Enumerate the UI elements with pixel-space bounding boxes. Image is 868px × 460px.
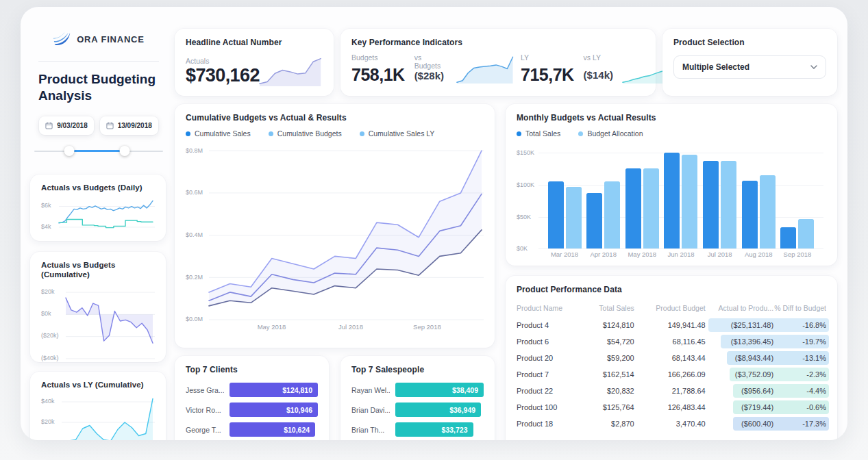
bar-total-sales[interactable] xyxy=(664,153,680,248)
table-row[interactable]: Product 4$124,810149,941.48($25,131.48)-… xyxy=(517,317,826,333)
date-range-slider[interactable] xyxy=(34,146,163,156)
cell-total-sales: $124,810 xyxy=(582,321,634,329)
bar-budget-allocation[interactable] xyxy=(566,187,582,249)
bar-group xyxy=(624,143,660,248)
card-headline-actual-number: Headline Actual Number Actuals $730,162 xyxy=(175,29,334,96)
bar-total-sales[interactable] xyxy=(548,181,564,248)
date-start-button[interactable]: 9/03/2018 xyxy=(39,116,94,135)
table-row[interactable]: Product 7$162,514166,266.09($3,752.09)-2… xyxy=(517,366,826,383)
card-cumulative-budgets-vs-actual: Cumulative Budgets vs Actual & Results C… xyxy=(175,104,495,348)
kpi-vs-label: vs Budgets xyxy=(414,53,448,70)
bar-total-sales[interactable] xyxy=(703,161,719,249)
date-start-value: 9/03/2018 xyxy=(57,122,88,129)
table-header-row: Product NameTotal SalesProduct BudgetAct… xyxy=(517,298,826,317)
bar-budget-allocation[interactable] xyxy=(604,181,620,248)
cell-product-name: Product 100 xyxy=(517,403,582,411)
table-row[interactable]: Product 22$20,83221,788.64($956.64)-4.4% xyxy=(517,383,826,399)
brand-logo: ORA FINANCE xyxy=(30,30,167,49)
card-actuals-vs-budgets-daily: Actuals vs Budgets (Daily) $6k$4k xyxy=(30,175,166,241)
table-row[interactable]: Product 100$125,764126,483.44($719.44)-0… xyxy=(517,399,826,416)
kpi-vs-value: ($28k) xyxy=(414,70,448,84)
legend-item[interactable]: Cumulative Sales LY xyxy=(360,129,435,138)
value-bar[interactable]: $10,624 xyxy=(230,422,315,437)
cell-product-name: Product 6 xyxy=(517,337,582,346)
value-bar[interactable]: $124,810 xyxy=(230,383,318,397)
bar-total-sales[interactable] xyxy=(625,168,641,249)
bar-budget-allocation[interactable] xyxy=(798,219,814,248)
sidebar: ORA FINANCE Product Budgeting Analysis 9… xyxy=(30,22,167,156)
table-row[interactable]: Product 20$59,20068,143.44($8,943.44)-13… xyxy=(517,350,826,366)
list-item: Victor Ro...$10,946 xyxy=(186,402,318,417)
cell-product-budget: 68,143.44 xyxy=(634,354,706,362)
table-row[interactable]: Product 18$2,8703,470.40($600.40)-17.3% xyxy=(517,416,826,432)
calendar-icon xyxy=(106,122,114,129)
card-title: Key Performance Indicators xyxy=(351,38,645,47)
ly-small-line-chart: $40k$20k xyxy=(41,394,155,440)
cell-product-name: Product 4 xyxy=(517,321,582,329)
value-bar[interactable]: $38,409 xyxy=(395,383,484,397)
table-row[interactable]: Product 6$54,72068,116.45($13,396.45)-19… xyxy=(517,333,826,350)
legend-label: Total Sales xyxy=(525,129,560,138)
bar-budget-allocation[interactable] xyxy=(643,168,659,249)
legend-dot xyxy=(269,131,273,136)
bar-total-sales[interactable] xyxy=(780,227,796,249)
sidebar-divider xyxy=(38,61,159,62)
bar-budget-allocation[interactable] xyxy=(721,161,736,249)
value-bar[interactable]: $36,949 xyxy=(395,402,481,417)
kpi-ly: LY 715,7K vs LY ($14k) xyxy=(521,52,684,84)
cell-total-sales: $162,514 xyxy=(582,370,634,379)
x-category-label: Jul 2018 xyxy=(702,251,738,258)
cell-total-sales: $125,764 xyxy=(582,403,634,411)
slider-handle-end[interactable] xyxy=(119,146,129,156)
legend-item[interactable]: Cumulative Budgets xyxy=(269,129,342,138)
bar-total-sales[interactable] xyxy=(586,193,602,248)
bar-value-label: $124,810 xyxy=(282,386,312,394)
x-category-label: Jun 2018 xyxy=(663,251,699,258)
list-item: Jesse Gra...$124,810 xyxy=(186,383,318,397)
x-category-label: Apr 2018 xyxy=(586,251,621,258)
bar-group xyxy=(663,143,699,248)
headline-kpi-label: Actuals xyxy=(186,57,260,65)
product-selection-dropdown[interactable]: Multiple Selected xyxy=(673,55,826,79)
cell-product-budget: 21,788.64 xyxy=(634,387,706,395)
card-title: Actuals vs Budgets (Cumulative) xyxy=(41,261,155,280)
bar-budget-allocation[interactable] xyxy=(682,155,697,248)
date-end-button[interactable]: 13/09/2018 xyxy=(100,116,158,135)
bar-value-label: $33,723 xyxy=(442,426,468,434)
headline-kpi: Actuals $730,162 xyxy=(186,57,260,86)
legend-dot xyxy=(517,131,521,136)
legend-item[interactable]: Total Sales xyxy=(517,129,560,138)
top-salespeople-bar-list: Rayan Wel...$38,409Brian Davi...$36,949B… xyxy=(351,383,484,440)
cell-total-sales: $2,870 xyxy=(582,420,634,428)
item-name: Jesse Gra... xyxy=(186,386,224,394)
budgets-sparkline xyxy=(457,52,515,84)
bar-budget-allocation[interactable] xyxy=(760,175,776,248)
value-bar[interactable]: $10,946 xyxy=(230,402,318,417)
card-key-performance-indicators: Key Performance Indicators Budgets 758,1… xyxy=(340,29,656,96)
value-bar[interactable]: $33,723 xyxy=(395,422,473,437)
cell-actual-to-budget: ($719.44) xyxy=(706,403,773,411)
card-title: Cumulative Budgets vs Actual & Results xyxy=(186,113,484,123)
legend-item[interactable]: Budget Allocation xyxy=(578,129,643,138)
cell-total-sales: $20,832 xyxy=(582,387,634,395)
list-item: Brian Th...$33,723 xyxy=(351,422,484,437)
product-selection-value: Multiple Selected xyxy=(682,62,749,72)
cell-total-sales: $54,720 xyxy=(582,337,634,346)
bar-track: $36,949 xyxy=(395,402,484,417)
product-performance-table: Product NameTotal SalesProduct BudgetAct… xyxy=(517,298,826,432)
bar-total-sales[interactable] xyxy=(742,181,758,249)
date-end-value: 13/09/2018 xyxy=(118,122,152,129)
item-name: Brian Th... xyxy=(351,426,390,434)
y-tick-label: $0K xyxy=(517,246,528,252)
legend-label: Cumulative Sales LY xyxy=(369,129,435,138)
date-range-picker: 9/03/2018 13/09/2018 xyxy=(30,116,167,135)
bar-group xyxy=(780,143,815,248)
cell-actual-to-budget: ($25,131.48) xyxy=(706,321,773,329)
slider-handle-start[interactable] xyxy=(64,146,74,156)
x-category-label: May 2018 xyxy=(624,251,660,258)
legend-item[interactable]: Cumulative Sales xyxy=(186,129,251,138)
chart-canvas xyxy=(41,394,155,440)
cell-actual-to-budget: ($3,752.09) xyxy=(706,370,773,379)
bar-groups xyxy=(538,143,823,248)
bar-value-label: $38,409 xyxy=(452,386,478,394)
